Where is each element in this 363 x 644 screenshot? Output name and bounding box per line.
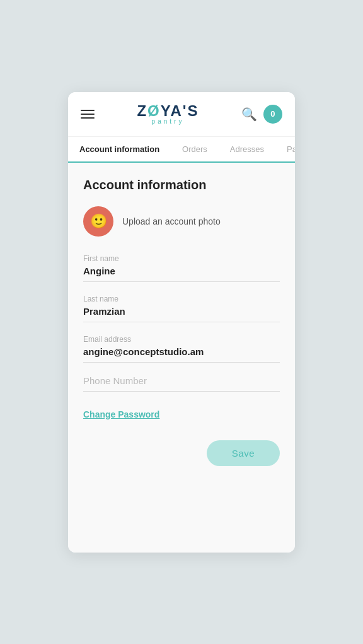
change-password-link[interactable]: Change Password — [83, 409, 159, 419]
last-name-value: Pramzian — [83, 306, 280, 322]
email-value: angine@conceptstudio.am — [83, 346, 280, 363]
first-name-label: First name — [83, 254, 280, 263]
avatar[interactable]: 🙂 — [83, 206, 113, 237]
last-name-group: Last name Pramzian — [83, 295, 280, 322]
header-right: 🔍 0 — [241, 105, 282, 124]
menu-icon[interactable] — [81, 110, 95, 119]
email-group: Email address angine@conceptstudio.am — [83, 335, 280, 363]
search-icon[interactable]: 🔍 — [241, 107, 257, 122]
upload-photo-label[interactable]: Upload an account photo — [122, 216, 221, 226]
avatar-row: 🙂 Upload an account photo — [83, 206, 280, 237]
phone-frame: ZØYA'S pantry 🔍 0 Account information Or… — [68, 92, 295, 553]
first-name-value: Angine — [83, 266, 280, 282]
header: ZØYA'S pantry 🔍 0 — [68, 92, 295, 137]
phone-group — [83, 375, 280, 392]
first-name-group: First name Angine — [83, 254, 280, 282]
save-row: Save — [83, 440, 280, 466]
email-label: Email address — [83, 335, 280, 344]
phone-input[interactable] — [83, 375, 280, 392]
cart-badge[interactable]: 0 — [263, 105, 282, 124]
nav-tabs: Account information Orders Adresses Pa — [68, 137, 295, 163]
tab-addresses[interactable]: Adresses — [219, 137, 275, 161]
last-name-label: Last name — [83, 295, 280, 303]
tab-pa[interactable]: Pa — [275, 137, 295, 161]
logo-sub: pantry — [152, 119, 185, 125]
tab-orders[interactable]: Orders — [171, 137, 219, 161]
page-title: Account information — [83, 178, 280, 192]
logo-brand: ZØYA'S — [137, 103, 199, 119]
main-content: Account information 🙂 Upload an account … — [68, 163, 295, 553]
tab-account-information[interactable]: Account information — [68, 137, 171, 163]
logo: ZØYA'S pantry — [137, 103, 199, 125]
save-button[interactable]: Save — [207, 440, 280, 466]
